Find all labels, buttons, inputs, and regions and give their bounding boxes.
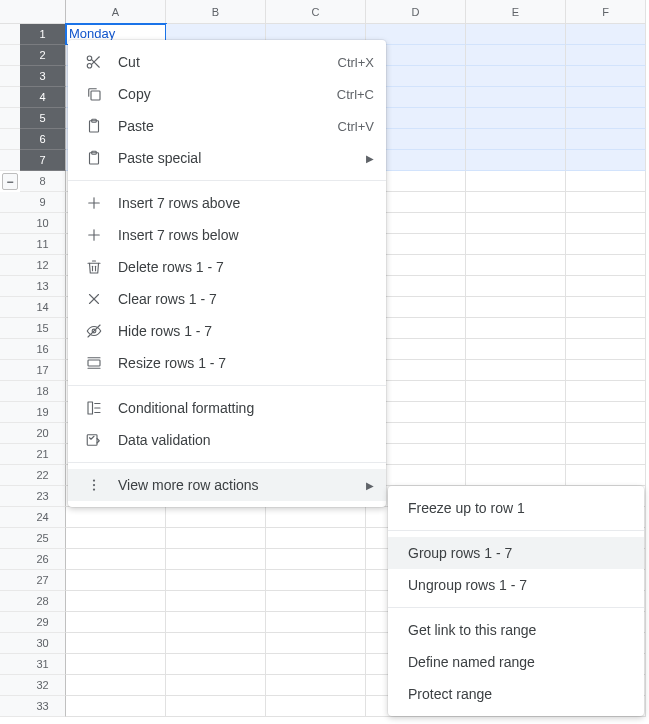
- menu-item[interactable]: Delete rows 1 - 7: [68, 251, 386, 283]
- menu-item[interactable]: View more row actions▶: [68, 469, 386, 501]
- row-header[interactable]: 28: [20, 591, 66, 612]
- row-header[interactable]: 19: [20, 402, 66, 423]
- submenu-item[interactable]: Get link to this range: [388, 614, 644, 646]
- cell[interactable]: [466, 339, 566, 360]
- cell[interactable]: [266, 696, 366, 717]
- cell[interactable]: [566, 108, 646, 129]
- row-header[interactable]: 32: [20, 675, 66, 696]
- row-header[interactable]: 12: [20, 255, 66, 276]
- column-header[interactable]: B: [166, 0, 266, 24]
- row-header[interactable]: 10: [20, 213, 66, 234]
- column-header[interactable]: F: [566, 0, 646, 24]
- row-header[interactable]: 21: [20, 444, 66, 465]
- cell[interactable]: [466, 213, 566, 234]
- row-header[interactable]: 18: [20, 381, 66, 402]
- cell[interactable]: [566, 465, 646, 486]
- row-header[interactable]: 24: [20, 507, 66, 528]
- menu-item[interactable]: PasteCtrl+V: [68, 110, 386, 142]
- cell[interactable]: [566, 423, 646, 444]
- column-header[interactable]: C: [266, 0, 366, 24]
- row-header[interactable]: 26: [20, 549, 66, 570]
- cell[interactable]: [566, 192, 646, 213]
- row-header[interactable]: 22: [20, 465, 66, 486]
- menu-item[interactable]: Data validation: [68, 424, 386, 456]
- cell[interactable]: [566, 318, 646, 339]
- cell[interactable]: [466, 402, 566, 423]
- row-header[interactable]: 33: [20, 696, 66, 717]
- cell[interactable]: [466, 234, 566, 255]
- cell[interactable]: [566, 171, 646, 192]
- cell[interactable]: [66, 528, 166, 549]
- row-header[interactable]: 2: [20, 45, 66, 66]
- menu-item[interactable]: Paste special▶: [68, 142, 386, 174]
- cell[interactable]: [466, 87, 566, 108]
- cell[interactable]: [466, 381, 566, 402]
- row-header[interactable]: 3: [20, 66, 66, 87]
- cell[interactable]: [266, 591, 366, 612]
- cell[interactable]: [66, 654, 166, 675]
- cell[interactable]: [466, 108, 566, 129]
- cell[interactable]: [266, 633, 366, 654]
- cell[interactable]: [566, 381, 646, 402]
- submenu-item[interactable]: Freeze up to row 1: [388, 492, 644, 524]
- column-header[interactable]: E: [466, 0, 566, 24]
- cell[interactable]: [566, 45, 646, 66]
- row-header[interactable]: 13: [20, 276, 66, 297]
- cell[interactable]: [266, 612, 366, 633]
- cell[interactable]: [166, 507, 266, 528]
- cell[interactable]: [566, 276, 646, 297]
- cell[interactable]: [266, 570, 366, 591]
- cell[interactable]: [466, 360, 566, 381]
- row-header[interactable]: 17: [20, 360, 66, 381]
- menu-item[interactable]: CopyCtrl+C: [68, 78, 386, 110]
- cell[interactable]: [266, 549, 366, 570]
- row-header[interactable]: 23: [20, 486, 66, 507]
- cell[interactable]: [266, 528, 366, 549]
- cell[interactable]: [566, 87, 646, 108]
- row-header[interactable]: 31: [20, 654, 66, 675]
- row-header[interactable]: 1: [20, 24, 66, 45]
- cell[interactable]: [66, 612, 166, 633]
- cell[interactable]: [266, 675, 366, 696]
- cell[interactable]: [566, 129, 646, 150]
- menu-item[interactable]: Insert 7 rows above: [68, 187, 386, 219]
- cell[interactable]: [466, 192, 566, 213]
- cell[interactable]: [66, 696, 166, 717]
- submenu-item[interactable]: Protect range: [388, 678, 644, 710]
- submenu-item[interactable]: Group rows 1 - 7: [388, 537, 644, 569]
- select-all-corner[interactable]: [20, 0, 66, 24]
- collapse-group-button[interactable]: −: [2, 173, 18, 190]
- cell[interactable]: [466, 465, 566, 486]
- cell[interactable]: [66, 633, 166, 654]
- submenu-item[interactable]: Define named range: [388, 646, 644, 678]
- menu-item[interactable]: Insert 7 rows below: [68, 219, 386, 251]
- row-header[interactable]: 4: [20, 87, 66, 108]
- menu-item[interactable]: Clear rows 1 - 7: [68, 283, 386, 315]
- cell[interactable]: [566, 360, 646, 381]
- cell[interactable]: [566, 24, 646, 45]
- cell[interactable]: [566, 213, 646, 234]
- menu-item[interactable]: CutCtrl+X: [68, 46, 386, 78]
- submenu-item[interactable]: Ungroup rows 1 - 7: [388, 569, 644, 601]
- cell[interactable]: [466, 150, 566, 171]
- cell[interactable]: [166, 654, 266, 675]
- cell[interactable]: [466, 24, 566, 45]
- cell[interactable]: [566, 66, 646, 87]
- cell[interactable]: [66, 570, 166, 591]
- row-header[interactable]: 20: [20, 423, 66, 444]
- cell[interactable]: [166, 591, 266, 612]
- row-header[interactable]: 29: [20, 612, 66, 633]
- cell[interactable]: [466, 129, 566, 150]
- cell[interactable]: [566, 297, 646, 318]
- row-header[interactable]: 15: [20, 318, 66, 339]
- cell[interactable]: [66, 549, 166, 570]
- cell[interactable]: [166, 549, 266, 570]
- cell[interactable]: [266, 654, 366, 675]
- cell[interactable]: [566, 444, 646, 465]
- menu-item[interactable]: Conditional formatting: [68, 392, 386, 424]
- row-header[interactable]: 5: [20, 108, 66, 129]
- column-header[interactable]: D: [366, 0, 466, 24]
- row-header[interactable]: 9: [20, 192, 66, 213]
- row-header[interactable]: 27: [20, 570, 66, 591]
- cell[interactable]: [166, 570, 266, 591]
